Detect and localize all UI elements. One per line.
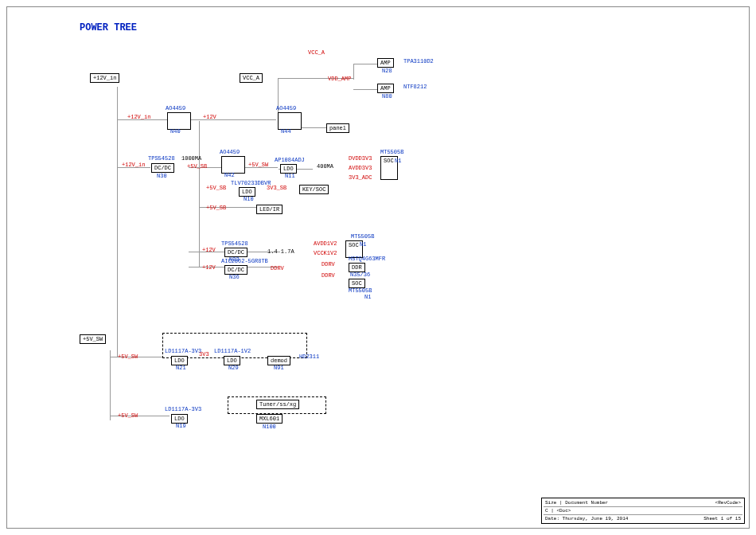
wire [353,64,377,64]
refdes-n35-36: N35/36 [350,271,370,278]
block-led-ir: LED/IR [256,205,283,214]
net-12v-in-1: +12V_in [127,114,150,120]
switch-n44 [278,112,302,130]
net-vcck1v2: VCCK1V2 [314,250,337,256]
part-hd2311: HD2311 [299,353,319,360]
refdes-n1-a: N1 [395,158,401,164]
part-tlv70233: TLV70233DBVR [231,180,271,186]
refdes-n40: N40 [170,128,181,135]
part-tpa3110d2: TPA3110D2 [403,58,434,64]
net-ddrv-1: DDRV [321,261,335,268]
titleblock-line-3: Date: Thursday, June 19, 2014 Sheet 1 of… [544,514,742,522]
title-block: Size | Document Number <RevCode> C | <Do… [541,498,745,524]
part-mt5505b-1: MT5505B [380,149,403,155]
net-dvdd3v3: DVDD3V3 [349,155,372,162]
wire [117,87,118,357]
block-5v-sw: +5V_SW [80,334,106,344]
refdes-n29: N29 [228,365,239,371]
net-12v-in-2: +12V_in [122,162,145,168]
part-ao4459-n44: AO4459 [276,105,296,111]
net-avdd3v3: AVDD3V3 [349,165,372,171]
part-ap1084adj: AP1084ADJ [275,157,305,163]
current-400ma: 400MA [317,163,333,170]
refdes-n28: N28 [382,68,392,74]
part-ntf8212: NTF8212 [403,84,427,90]
switch-n42 [221,156,245,174]
refdes-n21: N21 [176,365,186,371]
net-5v-sb-1: +5V_SB [187,163,207,170]
wire [199,121,200,267]
refdes-n30: N30 [157,173,167,179]
net-12v-2: +12V [202,247,216,253]
block-dcdc-n30: DC/DC [151,163,174,173]
net-vcc-a: VCC_A [308,49,325,56]
part-mt5505b-2: MT5505B [351,233,374,240]
part-ld1117-3v3-b: LD1117A-3V3 [165,406,201,412]
block-vcc-a: VCC_A [240,73,263,83]
wire [110,350,111,420]
net-5v-sw-l1: +5V_SW [118,353,138,360]
part-ld1117-1v2: LD1117A-1V2 [214,348,251,354]
wire [189,119,276,120]
part-ld1117-3v3-a: LD1117A-3V3 [165,348,201,354]
switch-n40 [167,112,191,130]
page-title: POWER TREE [80,22,137,33]
refdes-n36: N36 [229,274,240,280]
wire [353,89,377,90]
titleblock-sheet: Sheet 1 of 15 [703,516,741,521]
net-5v-sw-l2: +5V_SW [118,412,138,419]
current-1000ma: 1000MA [181,155,201,162]
net-ddrv-2: DDRV [321,272,335,279]
titleblock-date: Date: Thursday, June 19, 2014 [545,516,628,521]
refdes-n91: N91 [274,365,284,371]
part-h5tq4g63mfr: H5TQ4G63MFR [349,256,385,262]
part-ao4459-n40: AO4459 [166,105,185,111]
block-amp-2: AMP [377,84,394,93]
titleblock-rev: <RevCode> [715,500,741,506]
wire [353,64,354,80]
net-3v3-adc: 3V3_ADC [349,174,372,181]
refdes-n44: N44 [281,128,291,135]
titleblock-line-2: C | <Doc> [544,506,742,514]
refdes-n11: N11 [285,173,295,179]
titleblock-line-1: Size | Document Number <RevCode> [544,499,742,506]
part-ao4459-n42: AO4459 [220,149,240,155]
net-5v-sb-2: +5V_SB [206,185,226,191]
net-3v3-mid: 3V3 [199,351,209,357]
refdes-n19: N19 [176,423,186,429]
block-mxl601: MXL601 [256,414,283,424]
block-amp-1: AMP [377,58,394,68]
dashed-optional-1 [162,333,307,358]
part-aic2862: AIC2862-5GR8TB [221,258,268,264]
refdes-n100: N100 [263,424,276,430]
net-ddrv-mid: DDRV [271,265,284,271]
refdes-n80: N80 [382,93,392,100]
part-mt5505b-3: MT5505B [349,287,372,294]
refdes-n1-c: N1 [364,294,371,300]
net-5v-sb-3: +5V_SB [206,205,226,211]
part-tps54528-2: TPS54528 [221,240,248,247]
titleblock-size-doc: Size | Document Number [545,500,608,506]
net-12v-3: +12V [202,264,216,271]
net-avdd1v2: AVDD1V2 [314,240,337,247]
net-5v-sw-1: +5V_SW [248,162,268,168]
net-vdd-amp: VDD_AMP [328,76,351,82]
net-3v3-sb: 3V3_SB [267,185,286,191]
part-tps54528-1: TPS54528 [148,155,175,162]
block-key-soc: KEY/SOC [299,185,329,194]
block-12v-in: +12V_in [90,73,119,83]
block-panel: panel [326,123,349,133]
net-12v-1: +12V [203,114,216,120]
block-tuner: Tuner/ss/xg [256,400,299,409]
refdes-n42: N42 [224,172,235,178]
refdes-n1-b: N1 [360,241,366,248]
current-1p4-1p7a: 1.4-1.7A [267,248,294,255]
refdes-n10: N10 [244,196,254,202]
